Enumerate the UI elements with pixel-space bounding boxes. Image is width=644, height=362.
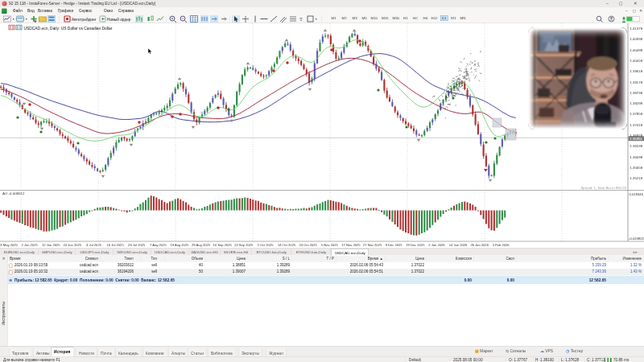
svg-text:9 Dec 2025: 9 Dec 2025 — [386, 243, 403, 247]
svg-text:1.36538: 1.36538 — [630, 144, 643, 148]
svg-text:17 Nov 2025: 17 Nov 2025 — [341, 243, 361, 247]
svg-text:1.40938: 1.40938 — [630, 37, 643, 41]
svg-text:7 Aug 2025: 7 Aug 2025 — [150, 243, 167, 247]
svg-text:1.41378: 1.41378 — [630, 27, 643, 31]
svg-text:1.38738: 1.38738 — [630, 91, 643, 95]
svg-text:29 Aug 2025: 29 Aug 2025 — [192, 243, 211, 247]
svg-text:22 Sep 2025: 22 Sep 2025 — [234, 243, 254, 247]
svg-text:5 Nov 2025: 5 Nov 2025 — [321, 243, 339, 247]
svg-text:1.38298: 1.38298 — [630, 101, 643, 105]
svg-text:0.018346: 0.018346 — [630, 192, 644, 196]
svg-text:2 Jan 2026: 2 Jan 2026 — [428, 243, 445, 247]
svg-text:27 Nov 2025: 27 Nov 2025 — [363, 243, 382, 247]
svg-text:24 Oct 2025: 24 Oct 2025 — [299, 243, 318, 247]
svg-text:AO -0.008012: AO -0.008012 — [2, 191, 25, 195]
svg-text:12 Jun 2025: 12 Jun 2025 — [42, 243, 60, 247]
svg-text:16 Jul 2025: 16 Jul 2025 — [107, 243, 125, 247]
svg-text:1.40058: 1.40058 — [630, 59, 643, 63]
svg-text:19 Dec 2025: 19 Dec 2025 — [406, 243, 425, 247]
svg-text:10 Sep 2025: 10 Sep 2025 — [213, 243, 233, 247]
svg-text:1.35218: 1.35218 — [630, 176, 643, 180]
svg-text:1.36894: 1.36894 — [630, 137, 643, 141]
svg-text:-0.024802: -0.024802 — [629, 237, 644, 241]
svg-text:5 Feb 2026: 5 Feb 2026 — [493, 243, 510, 247]
svg-text:1.37858: 1.37858 — [630, 112, 643, 116]
svg-text:31 May 2025: 31 May 2025 — [0, 243, 19, 247]
svg-text:19 Aug 2025: 19 Aug 2025 — [170, 243, 189, 247]
svg-text:1.40498: 1.40498 — [630, 48, 643, 52]
svg-text:1.39178: 1.39178 — [630, 80, 643, 84]
svg-text:24 Jun 2025: 24 Jun 2025 — [64, 243, 82, 247]
svg-text:2 Oct 2025: 2 Oct 2025 — [257, 243, 274, 247]
svg-text:26 Jul 2025: 26 Jul 2025 — [128, 243, 146, 247]
svg-text:1.36098: 1.36098 — [630, 155, 643, 159]
svg-text:26 Jan 2026: 26 Jan 2026 — [470, 243, 489, 247]
svg-text:1.37418: 1.37418 — [630, 123, 643, 127]
svg-text:USDCAD.ecn, Daily: US Dollar: USDCAD.ecn, Daily: US Dollar vs Canadian… — [24, 27, 113, 31]
svg-text:2 Jun 2025: 2 Jun 2025 — [21, 243, 38, 247]
svg-text:14 Jan 2026: 14 Jan 2026 — [449, 243, 468, 247]
svg-text:4 Jul 2025: 4 Jul 2025 — [86, 243, 102, 247]
svg-text:Spread: 1, Next Bar in 960:23: Spread: 1, Next Bar in 960:23 — [580, 186, 626, 190]
svg-text:14 Oct 2025: 14 Oct 2025 — [278, 243, 296, 247]
svg-text:1.35658: 1.35658 — [630, 166, 643, 170]
svg-text:1.39618: 1.39618 — [630, 69, 643, 73]
